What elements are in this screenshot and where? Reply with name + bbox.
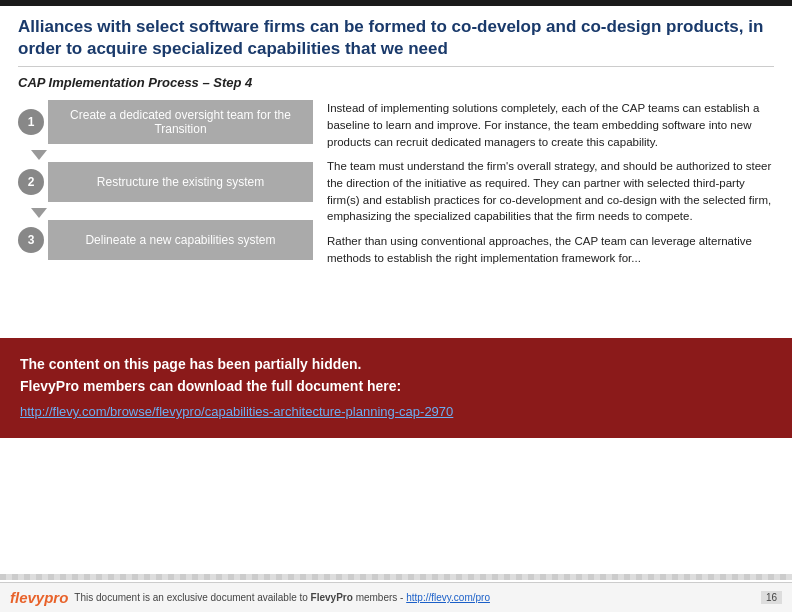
step-circle-1: 1 xyxy=(18,109,44,135)
step-connector-1 xyxy=(18,150,313,160)
right-panel: Instead of implementing solutions comple… xyxy=(327,100,774,274)
watermark xyxy=(0,574,792,580)
main-content: Alliances with select software firms can… xyxy=(0,6,792,274)
arrow-down-2 xyxy=(31,208,47,218)
step-circle-3: 3 xyxy=(18,227,44,253)
footer-text-before: This document is an exclusive document a… xyxy=(74,592,310,603)
body-paragraph-3: Rather than using conventional approache… xyxy=(327,233,774,266)
footer-link[interactable]: http://flevy.com/pro xyxy=(406,592,490,603)
logo-text: flevypro xyxy=(10,589,68,606)
footer-bar: flevypro This document is an exclusive d… xyxy=(0,582,792,612)
step-box-3: Delineate a new capabilities system xyxy=(48,220,313,260)
body-paragraph-2: The team must understand the firm's over… xyxy=(327,158,774,225)
flevy-logo: flevypro xyxy=(10,587,68,609)
page-number: 16 xyxy=(761,591,782,604)
section-subtitle: CAP Implementation Process – Step 4 xyxy=(18,75,774,90)
page-title: Alliances with select software firms can… xyxy=(18,16,774,67)
footer-text-middle: members - xyxy=(353,592,406,603)
banner-subtitle: FlevyPro members can download the full d… xyxy=(20,378,772,394)
left-panel: 1 Create a dedicated oversight team for … xyxy=(18,100,313,274)
banner-title: The content on this page has been partia… xyxy=(20,356,772,372)
hidden-banner: The content on this page has been partia… xyxy=(0,338,792,438)
footer-disclaimer: This document is an exclusive document a… xyxy=(74,592,755,603)
bottom-section xyxy=(0,574,792,582)
step-box-1: Create a dedicated oversight team for th… xyxy=(48,100,313,144)
arrow-down-1 xyxy=(31,150,47,160)
step-connector-2 xyxy=(18,208,313,218)
step-item-2: 2 Restructure the existing system xyxy=(18,162,313,202)
step-item-3: 3 Delineate a new capabilities system xyxy=(18,220,313,260)
banner-link[interactable]: http://flevy.com/browse/flevypro/capabil… xyxy=(20,404,453,419)
footer-brand: FlevyPro xyxy=(311,592,353,603)
step-box-2: Restructure the existing system xyxy=(48,162,313,202)
step-item-1: 1 Create a dedicated oversight team for … xyxy=(18,100,313,144)
step-circle-2: 2 xyxy=(18,169,44,195)
body-paragraph-1: Instead of implementing solutions comple… xyxy=(327,100,774,150)
content-area: 1 Create a dedicated oversight team for … xyxy=(18,100,774,274)
